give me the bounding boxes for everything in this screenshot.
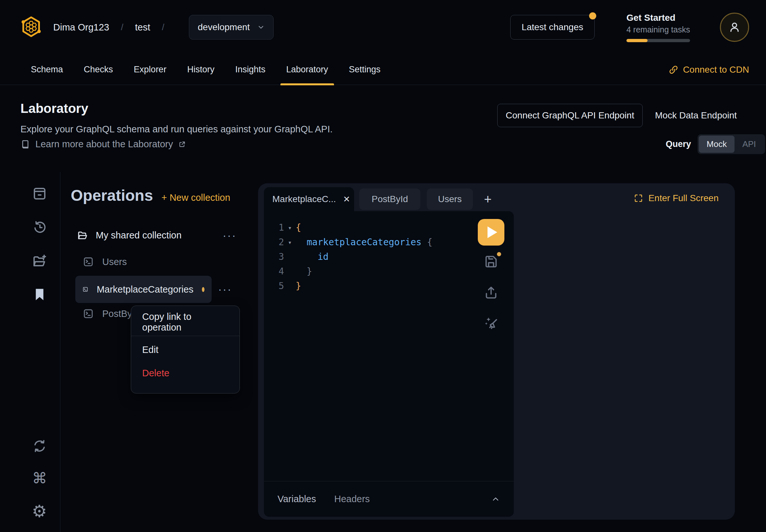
share-upload-icon xyxy=(484,285,499,300)
page-title: Laboratory xyxy=(20,101,88,116)
run-query-button[interactable] xyxy=(478,219,505,246)
breadcrumb-org[interactable]: Dima Org123 xyxy=(53,22,109,33)
play-icon xyxy=(488,226,497,238)
fold-toggle-icon[interactable]: ▾ xyxy=(284,238,296,246)
share-operation-button[interactable] xyxy=(484,285,499,300)
code-line: 5 } xyxy=(264,279,514,293)
operation-context-menu: Copy link to operation Edit Delete xyxy=(131,306,240,393)
tab-schema[interactable]: Schema xyxy=(31,54,63,85)
close-tab-icon[interactable]: ✕ xyxy=(343,194,350,204)
latest-changes-button[interactable]: Latest changes xyxy=(510,15,595,40)
command-palette-icon[interactable]: ⌘ xyxy=(32,470,47,486)
editor-tab-label: MarketplaceC... xyxy=(272,194,336,204)
clean-sparkle-icon xyxy=(483,316,499,331)
editor-tab-marketplacec-active[interactable]: MarketplaceC... ✕ xyxy=(264,187,354,211)
code-token: { xyxy=(296,222,301,233)
mock-data-endpoint-button[interactable]: Mock Data Endpoint xyxy=(655,110,737,121)
get-started-subtitle: 4 remaining tasks xyxy=(626,25,690,34)
connect-graphql-endpoint-button[interactable]: Connect GraphQL API Endpoint xyxy=(497,104,643,127)
line-number: 4 xyxy=(264,266,284,277)
operation-more-options-icon[interactable]: ··· xyxy=(218,283,232,296)
add-tab-button[interactable]: + xyxy=(479,188,497,210)
tab-settings[interactable]: Settings xyxy=(349,54,381,85)
link-icon xyxy=(669,65,678,75)
code-token: marketplaceCategories xyxy=(296,237,422,248)
learn-more-link[interactable]: Learn more about the Laboratory xyxy=(20,139,186,150)
variant-dropdown-label: development xyxy=(198,22,249,32)
prettify-query-button[interactable] xyxy=(483,316,499,331)
chevron-down-icon xyxy=(257,23,265,31)
code-line: 3 id xyxy=(264,249,514,264)
code-area[interactable]: 1 ▾ { 2 ▾ marketplaceCategories { 3 id 4 xyxy=(264,211,514,293)
new-collection-button[interactable]: + New collection xyxy=(161,192,230,203)
tab-history[interactable]: History xyxy=(187,54,214,85)
query-label: Query xyxy=(666,139,691,149)
get-started-progressbar xyxy=(626,39,690,42)
operation-row-users[interactable]: Users xyxy=(83,256,127,267)
editor-footer: Variables Headers xyxy=(264,481,514,517)
connect-to-cdn-label: Connect to CDN xyxy=(683,65,749,75)
operation-collections-icon[interactable] xyxy=(32,186,47,201)
save-operation-button[interactable] xyxy=(484,254,499,269)
toggle-api-option[interactable]: API xyxy=(735,136,764,153)
menu-item-delete[interactable]: Delete xyxy=(131,361,239,385)
enter-fullscreen-button[interactable]: Enter Full Screen xyxy=(634,193,719,203)
breadcrumb-graph[interactable]: test xyxy=(135,22,150,33)
get-started-title: Get Started xyxy=(626,13,690,23)
external-link-icon xyxy=(178,140,186,148)
tab-checks[interactable]: Checks xyxy=(84,54,113,85)
editor-tab-postbyid[interactable]: PostById xyxy=(359,188,420,210)
bookmarks-icon[interactable] xyxy=(33,287,46,302)
line-number: 5 xyxy=(264,281,284,291)
graphos-logo-icon[interactable] xyxy=(20,15,42,39)
headers-tab[interactable]: Headers xyxy=(334,494,370,504)
sync-icon[interactable] xyxy=(32,439,47,453)
connect-to-cdn-link[interactable]: Connect to CDN xyxy=(669,65,749,75)
line-number: 1 xyxy=(264,222,284,233)
tab-explorer[interactable]: Explorer xyxy=(134,54,166,85)
toggle-mock-option[interactable]: Mock xyxy=(699,136,735,153)
tab-insights[interactable]: Insights xyxy=(235,54,265,85)
top-header: Dima Org123 / test / development Latest … xyxy=(0,0,766,54)
collection-name: My shared collection xyxy=(96,230,181,241)
app-root: Dima Org123 / test / development Latest … xyxy=(0,0,766,532)
operation-editor[interactable]: 1 ▾ { 2 ▾ marketplaceCategories { 3 id 4 xyxy=(264,211,514,517)
breadcrumb-separator: / xyxy=(121,22,123,32)
code-line: 4 } xyxy=(264,264,514,279)
user-avatar[interactable] xyxy=(720,13,749,42)
code-token: } xyxy=(296,266,312,277)
tab-laboratory[interactable]: Laboratory xyxy=(286,54,328,85)
variant-dropdown[interactable]: development xyxy=(189,15,273,40)
get-started-widget[interactable]: Get Started 4 remaining tasks xyxy=(626,13,690,42)
new-folder-icon[interactable] xyxy=(32,254,47,269)
person-icon xyxy=(728,21,741,33)
open-folder-icon xyxy=(77,230,89,241)
collection-header[interactable]: My shared collection ··· xyxy=(77,229,237,242)
enter-fullscreen-label: Enter Full Screen xyxy=(649,193,719,203)
operation-icon xyxy=(82,284,88,295)
operation-icon xyxy=(83,308,94,319)
mock-api-toggle: Mock API xyxy=(698,134,765,154)
menu-item-edit[interactable]: Edit xyxy=(131,338,239,361)
settings-gear-icon[interactable]: ⚙ xyxy=(32,503,47,519)
rail-divider xyxy=(60,172,60,532)
collection-more-options-icon[interactable]: ··· xyxy=(223,229,237,242)
book-icon xyxy=(20,139,30,149)
code-line: 1 ▾ { xyxy=(264,220,514,235)
save-icon xyxy=(484,254,499,269)
variables-tab[interactable]: Variables xyxy=(277,494,316,504)
operation-label: Users xyxy=(102,257,127,267)
editor-tab-users[interactable]: Users xyxy=(427,188,473,210)
laboratory-panel: MarketplaceC... ✕ PostById Users + Enter… xyxy=(258,183,735,520)
operation-label: MarketplaceCategories xyxy=(97,284,193,295)
collapse-chevron-up-icon[interactable] xyxy=(491,495,500,504)
operations-title: Operations xyxy=(71,187,153,204)
menu-item-copy-link[interactable]: Copy link to operation xyxy=(131,310,239,334)
operation-row-marketplacecategories-selected[interactable]: MarketplaceCategories xyxy=(75,276,212,303)
history-icon[interactable] xyxy=(32,220,47,235)
learn-more-label: Learn more about the Laboratory xyxy=(35,139,173,150)
code-token: id xyxy=(296,251,328,262)
get-started-progress-fill xyxy=(626,39,648,42)
fold-toggle-icon[interactable]: ▾ xyxy=(284,224,296,232)
notification-dot xyxy=(589,12,596,19)
